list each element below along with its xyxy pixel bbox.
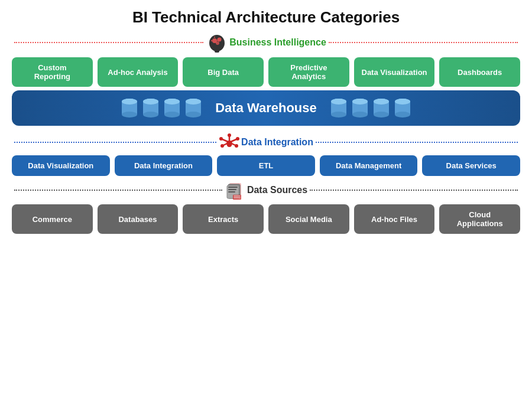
dw-label: Data Warehouse [215, 100, 317, 116]
cylinder-icon [184, 97, 202, 119]
svg-point-47 [219, 137, 223, 141]
integration-card-3: Data Management [320, 155, 418, 176]
sources-card-5: Cloud Applications [439, 204, 520, 234]
integration-card-1: Data Integration [115, 155, 213, 176]
integration-section: Data Integration Data Visualization Data… [12, 133, 520, 176]
svg-point-31 [352, 99, 368, 105]
bi-card-5: Dashboards [439, 57, 520, 87]
bi-card-4: Data Visualization [354, 57, 435, 87]
cylinder-icon [351, 97, 369, 119]
sources-dotted-right [310, 190, 518, 191]
page-title: BI Technical Architecture Categories [132, 8, 400, 27]
sources-section: Data Sources Commerce Databases Extracts… [12, 180, 520, 234]
integration-card-4: Data Services [422, 155, 520, 176]
bi-card-0: Custom Reporting [12, 57, 93, 87]
dw-cylinders-right [330, 97, 411, 119]
svg-point-18 [164, 112, 180, 118]
brain-icon [206, 31, 228, 54]
svg-rect-60 [233, 197, 241, 198]
svg-point-4 [216, 41, 219, 45]
integration-header: Data Integration [12, 133, 520, 152]
svg-point-19 [164, 99, 180, 105]
sources-card-1: Databases [98, 204, 179, 234]
cylinder-icon [163, 97, 181, 119]
integration-card-2: ETL [217, 155, 315, 176]
svg-point-27 [331, 99, 346, 105]
svg-point-30 [352, 112, 368, 118]
svg-point-38 [395, 112, 410, 118]
sources-label: Data Sources [247, 185, 307, 195]
sources-card-2: Extracts [183, 204, 264, 234]
svg-point-35 [374, 99, 389, 105]
integration-cards-row: Data Visualization Data Integration ETL … [12, 155, 520, 176]
svg-point-39 [395, 99, 410, 105]
svg-point-26 [331, 112, 346, 118]
bi-dotted-left [14, 42, 203, 43]
svg-point-34 [374, 112, 389, 118]
cylinder-icon [142, 97, 160, 119]
svg-rect-55 [228, 187, 238, 188]
sources-card-4: Ad-hoc Files [354, 204, 435, 234]
svg-rect-57 [228, 191, 235, 193]
bi-card-3: Predictive Analytics [268, 57, 349, 87]
svg-point-51 [226, 141, 232, 146]
svg-point-10 [122, 112, 137, 118]
integration-label: Data Integration [241, 137, 313, 148]
bi-section: Business Intelligence Custom Reporting A… [12, 31, 520, 87]
bi-card-1: Ad-hoc Analysis [98, 57, 179, 87]
svg-point-23 [186, 99, 201, 105]
cylinder-icon [372, 97, 390, 119]
integration-dotted-right [316, 142, 518, 143]
svg-point-49 [220, 144, 224, 148]
sources-cards-row: Commerce Databases Extracts Social Media… [12, 204, 520, 234]
svg-point-11 [122, 99, 137, 105]
svg-rect-56 [228, 189, 236, 190]
cylinder-icon [121, 97, 138, 119]
sources-card-0: Commerce [12, 204, 93, 234]
sources-card-3: Social Media [268, 204, 349, 234]
cylinder-icon [330, 97, 348, 119]
datasource-icon [225, 180, 246, 201]
svg-point-48 [236, 137, 239, 141]
bi-dotted-right [329, 42, 518, 43]
bi-cards-row: Custom Reporting Ad-hoc Analysis Big Dat… [12, 57, 520, 87]
integration-icon [219, 133, 240, 152]
sources-header: Data Sources [12, 180, 520, 201]
integration-dotted-left [14, 142, 216, 143]
svg-point-46 [228, 133, 231, 137]
bi-card-2: Big Data [183, 57, 264, 87]
svg-point-22 [186, 112, 201, 118]
bi-label: Business Intelligence [229, 37, 326, 48]
svg-point-15 [143, 99, 158, 105]
svg-point-50 [235, 144, 238, 148]
dw-bar: Data Warehouse [12, 90, 520, 126]
integration-card-0: Data Visualization [12, 155, 110, 176]
svg-point-14 [143, 112, 158, 118]
svg-rect-1 [215, 49, 219, 53]
dw-cylinders-left [121, 97, 202, 119]
svg-rect-59 [233, 195, 241, 197]
cylinder-icon [394, 97, 411, 119]
dw-section: Data Warehouse [12, 90, 520, 129]
bi-header: Business Intelligence [12, 31, 520, 54]
sources-dotted-left [14, 190, 222, 191]
